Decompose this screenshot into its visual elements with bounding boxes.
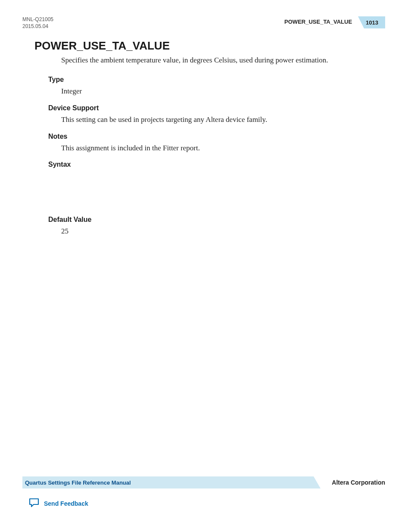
doc-date: 2015.05.04: [22, 23, 53, 30]
default-value-heading: Default Value: [48, 216, 377, 224]
footer-manual-title[interactable]: Quartus Settings File Reference Manual: [25, 479, 131, 486]
page-header: MNL-Q21005 2015.05.04 POWER_USE_TA_VALUE…: [22, 16, 385, 30]
document-page: MNL-Q21005 2015.05.04 POWER_USE_TA_VALUE…: [0, 0, 411, 532]
default-value-value: 25: [61, 226, 377, 236]
type-value: Integer: [61, 86, 377, 96]
syntax-heading: Syntax: [48, 161, 377, 168]
footer-manual-title-box: Quartus Settings File Reference Manual: [22, 476, 314, 488]
header-right: POWER_USE_TA_VALUE 1013: [284, 16, 385, 28]
notes-heading: Notes: [48, 133, 377, 140]
header-topic: POWER_USE_TA_VALUE: [284, 16, 358, 28]
device-support-value: This setting can be used in projects tar…: [61, 115, 377, 125]
syntax-placeholder: [48, 171, 377, 208]
send-feedback-link[interactable]: Send Feedback: [44, 500, 88, 507]
footer-bar: Quartus Settings File Reference Manual A…: [22, 475, 385, 490]
page-title: POWER_USE_TA_VALUE: [34, 39, 385, 53]
content-block: Specifies the ambient temperature value,…: [48, 55, 377, 236]
page-number-box: 1013: [358, 16, 385, 28]
page-number: 1013: [364, 16, 385, 28]
notes-value: This assignment is included in the Fitte…: [61, 143, 377, 153]
feedback-icon: [28, 498, 40, 510]
doc-meta: MNL-Q21005 2015.05.04: [22, 16, 53, 30]
device-support-heading: Device Support: [48, 104, 377, 112]
doc-id: MNL-Q21005: [22, 16, 53, 23]
page-number-slant: [358, 16, 364, 28]
footer-slant: [314, 476, 321, 488]
footer-company: Altera Corporation: [321, 479, 385, 486]
description-text: Specifies the ambient temperature value,…: [61, 55, 377, 65]
type-heading: Type: [48, 76, 377, 84]
send-feedback-row[interactable]: Send Feedback: [28, 498, 88, 510]
